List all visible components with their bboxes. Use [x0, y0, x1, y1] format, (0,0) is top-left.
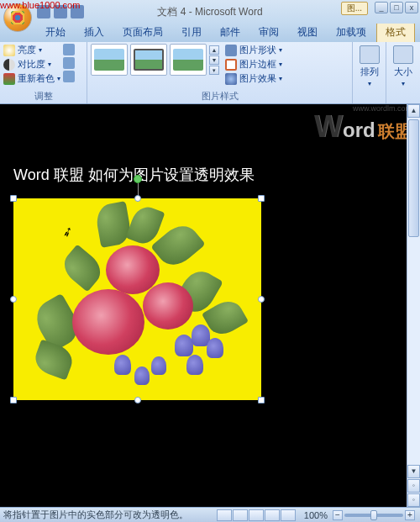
recolor-icon [3, 73, 15, 85]
gallery-scroll-up[interactable]: ▲ [209, 45, 219, 55]
style-item-3[interactable] [170, 44, 207, 76]
zoom-in-button[interactable]: + [405, 510, 415, 520]
close-button[interactable]: x [405, 2, 418, 13]
rotation-handle[interactable] [134, 175, 142, 183]
document-canvas[interactable]: www.wordlm.com Word 联盟 Word 联盟 如何为图片设置透明… [0, 104, 420, 507]
contrast-icon [3, 59, 15, 71]
gallery-scroll-down[interactable]: ▼ [209, 55, 219, 65]
tab-home[interactable]: 开始 [37, 23, 74, 42]
vertical-scrollbar[interactable]: ▲ ▼ ◦ ◦ [407, 104, 420, 507]
selected-picture[interactable]: ➶ [13, 198, 261, 400]
zoom-slider-thumb[interactable] [370, 510, 377, 520]
style-item-1[interactable] [91, 44, 128, 76]
reset-picture-icon[interactable] [63, 71, 75, 82]
view-buttons [217, 509, 296, 521]
brightness-icon [3, 45, 15, 56]
gallery-scroll: ▲ ▼ ▾ [209, 45, 219, 75]
tab-page-layout[interactable]: 页面布局 [114, 23, 171, 42]
ribbon-tabs: 开始 插入 页面布局 引用 邮件 审阅 视图 加载项 格式 [0, 24, 420, 42]
resize-handle-tl[interactable] [10, 195, 17, 202]
status-hint: 将指针置于图片中的实色部分可改为透明色。 [3, 509, 217, 521]
tab-addins[interactable]: 加载项 [328, 23, 375, 42]
scroll-up-button[interactable]: ▲ [407, 104, 420, 118]
resize-handle-bl[interactable] [10, 397, 17, 403]
arrange-icon [360, 45, 380, 64]
picture-effects-icon [225, 73, 237, 85]
size-icon [393, 45, 413, 64]
compress-pictures-icon[interactable] [63, 44, 75, 55]
window-title: 文档 4 - Microsoft Word [157, 5, 262, 19]
tab-references[interactable]: 引用 [173, 23, 210, 42]
picture-content: ➶ [13, 198, 261, 400]
group-title-picture-styles: 图片样式 [91, 90, 349, 103]
contextual-tab-label: 图... [341, 2, 368, 15]
arrange-button[interactable]: 排列▾ [356, 44, 383, 89]
status-bar: 将指针置于图片中的实色部分可改为透明色。 100% − + [0, 507, 420, 522]
size-button[interactable]: 大小▾ [390, 44, 417, 89]
tab-mailings[interactable]: 邮件 [212, 23, 249, 42]
scroll-thumb[interactable] [408, 119, 419, 237]
view-draft[interactable] [281, 509, 296, 521]
zoom-slider[interactable] [344, 514, 403, 517]
watermark-url: www.blue1000.com [0, 0, 80, 10]
resize-handle-tr[interactable] [258, 195, 265, 202]
minimize-button[interactable]: _ [375, 2, 388, 13]
view-print-layout[interactable] [217, 509, 232, 521]
set-transparent-cursor-icon: ➶ [60, 222, 76, 240]
picture-effects-button[interactable]: 图片效果▾ [225, 72, 282, 85]
resize-handle-br[interactable] [258, 397, 265, 403]
zoom-out-button[interactable]: − [333, 510, 343, 520]
tab-view[interactable]: 视图 [289, 23, 326, 42]
ribbon-group-arrange: 排列▾ [353, 42, 386, 103]
picture-border-button[interactable]: 图片边框▾ [225, 58, 282, 71]
next-page-button[interactable]: ◦ [407, 493, 420, 507]
resize-handle-tc[interactable] [134, 195, 141, 202]
picture-shape-icon [225, 45, 237, 56]
view-outline[interactable] [265, 509, 280, 521]
scroll-down-button[interactable]: ▼ [407, 465, 420, 478]
ribbon-group-size: 大小▾ [386, 42, 420, 103]
zoom-percent[interactable]: 100% [304, 510, 328, 520]
resize-handle-mr[interactable] [258, 296, 265, 303]
tab-insert[interactable]: 插入 [76, 23, 113, 42]
view-full-reading[interactable] [233, 509, 248, 521]
tab-format[interactable]: 格式 [376, 22, 415, 42]
ribbon: 亮度▾ 对比度▾ 重新着色▾ 调整 ▲ ▼ ▾ [0, 42, 420, 104]
picture-styles-gallery[interactable]: ▲ ▼ ▾ [91, 44, 219, 76]
tab-review[interactable]: 审阅 [250, 23, 287, 42]
view-web-layout[interactable] [249, 509, 264, 521]
contrast-button[interactable]: 对比度▾ [3, 58, 60, 71]
group-title-adjust: 调整 [3, 90, 83, 103]
gallery-more[interactable]: ▾ [209, 66, 219, 75]
style-item-2[interactable] [130, 44, 167, 76]
picture-shape-button[interactable]: 图片形状▾ [225, 44, 282, 56]
picture-border-icon [225, 59, 237, 71]
resize-handle-ml[interactable] [10, 296, 17, 303]
watermark-logo: Word 联盟 [314, 109, 412, 145]
maximize-button[interactable]: □ [390, 2, 403, 13]
recolor-button[interactable]: 重新着色▾ [3, 72, 60, 85]
ribbon-group-picture-styles: ▲ ▼ ▾ 图片形状▾ 图片边框▾ 图片效果▾ 图片样式 [87, 42, 353, 103]
prev-page-button[interactable]: ◦ [407, 479, 420, 493]
change-picture-icon[interactable] [63, 57, 75, 69]
resize-handle-bc[interactable] [134, 397, 141, 403]
ribbon-group-adjust: 亮度▾ 对比度▾ 重新着色▾ 调整 [0, 42, 87, 103]
window-controls: _ □ x [375, 2, 418, 13]
brightness-button[interactable]: 亮度▾ [3, 44, 60, 56]
